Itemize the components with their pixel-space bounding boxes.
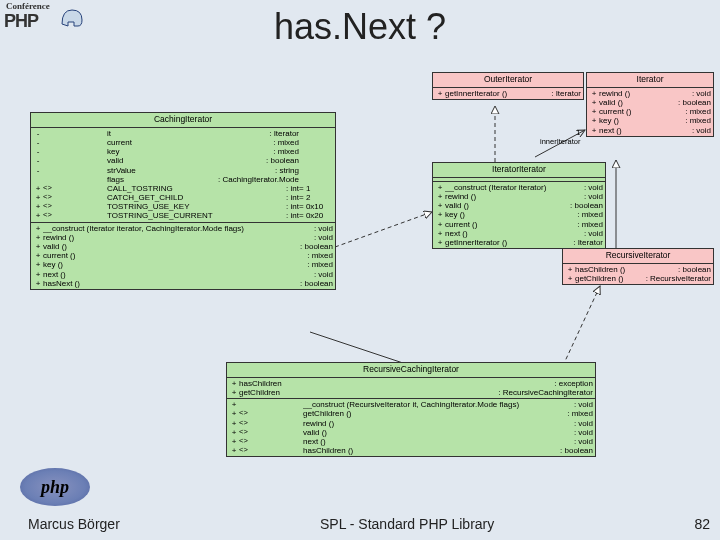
uml-member: +<>CATCH_GET_CHILD: int= 2 — [33, 193, 333, 202]
class-name: IteratorIterator — [433, 163, 605, 178]
class-operations: +rewind (): void +valid (): boolean +cur… — [587, 88, 713, 136]
uml-member: +getChildren: RecursiveCachingIterator — [229, 388, 593, 397]
uml-member: +getInnerIterator (): Iterator — [435, 238, 603, 247]
class-name: RecursiveIterator — [563, 249, 713, 264]
uml-member: +<>TOSTRING_USE_CURRENT: int= 0x20 — [33, 211, 333, 220]
uml-member: -it: Iterator — [33, 129, 333, 138]
association-label: 1 innerIterator — [540, 128, 580, 146]
uml-member: -strValue: string — [33, 166, 333, 175]
class-outeriterator: OuterIterator +getInnerIterator (): Iter… — [432, 72, 584, 100]
uml-member: +current (): mixed — [435, 220, 603, 229]
class-iteratoriterator: IteratorIterator +__construct (Iterator … — [432, 162, 606, 249]
uml-member: +__construct (RecursiveIterator it, Cach… — [229, 400, 593, 409]
uml-member: +hasNext (): boolean — [33, 279, 333, 288]
uml-member: +<>getChildren (): mixed — [229, 409, 593, 418]
uml-member: +hasChildren (): boolean — [565, 265, 711, 274]
uml-member: -valid: boolean — [33, 156, 333, 165]
php-logo-icon: php — [20, 468, 90, 506]
uml-member: +<>TOSTRING_USE_KEY: int= 0x10 — [33, 202, 333, 211]
class-name: CachingIterator — [31, 113, 335, 128]
class-recursivecachingiterator: RecursiveCachingIterator +hasChildren: e… — [226, 362, 596, 457]
class-operations: +__construct (Iterator iterator, Caching… — [31, 223, 335, 289]
footer: Marcus Börger SPL - Standard PHP Library… — [0, 512, 720, 536]
uml-member: +valid (): boolean — [435, 201, 603, 210]
uml-member: +__construct (Iterator iterator, Caching… — [33, 224, 333, 233]
uml-member: +key (): mixed — [33, 260, 333, 269]
class-operations: +getInnerIterator (): Iterator — [433, 88, 583, 99]
footer-page: 82 — [694, 516, 710, 532]
class-name: OuterIterator — [433, 73, 583, 88]
class-recursiveiterator: RecursiveIterator +hasChildren (): boole… — [562, 248, 714, 285]
uml-member: +__construct (Iterator iterator): void — [435, 183, 603, 192]
uml-member: flags: CachingIterator.Mode — [33, 175, 333, 184]
uml-member: +<>rewind (): void — [229, 419, 593, 428]
uml-member: +valid (): boolean — [33, 242, 333, 251]
uml-member: +next (): void — [33, 270, 333, 279]
uml-member: +rewind (): void — [435, 192, 603, 201]
uml-member: +getChildren (): RecursiveIterator — [565, 274, 711, 283]
uml-member: +<>CALL_TOSTRING: int= 1 — [33, 184, 333, 193]
uml-member: -key: mixed — [33, 147, 333, 156]
uml-member: -current: mixed — [33, 138, 333, 147]
class-operations: +hasChildren (): boolean+getChildren ():… — [563, 264, 713, 284]
uml-member: +rewind (): void — [33, 233, 333, 242]
class-cachingiterator: CachingIterator -it: Iterator-current: m… — [30, 112, 336, 290]
page-title: has.Next ? — [0, 6, 720, 48]
class-attributes: -it: Iterator-current: mixed-key: mixed-… — [31, 128, 335, 223]
class-operations-1: +hasChildren: exception+getChildren: Rec… — [227, 378, 595, 399]
uml-member: +key (): mixed — [435, 210, 603, 219]
class-name: RecursiveCachingIterator — [227, 363, 595, 378]
uml-member: +current (): mixed — [33, 251, 333, 260]
uml-diagram: OuterIterator +getInnerIterator (): Iter… — [0, 72, 720, 506]
class-operations: +__construct (Iterator iterator): void+r… — [433, 182, 605, 248]
uml-member: +hasChildren: exception — [229, 379, 593, 388]
uml-member: +<>valid (): void — [229, 428, 593, 437]
uml-member: +<>next (): void — [229, 437, 593, 446]
class-iterator: Iterator +rewind (): void +valid (): boo… — [586, 72, 714, 137]
uml-member: +next (): void — [435, 229, 603, 238]
footer-author: Marcus Börger — [28, 516, 120, 532]
svg-line-5 — [560, 286, 600, 372]
footer-title: SPL - Standard PHP Library — [120, 516, 695, 532]
svg-line-4 — [335, 212, 432, 247]
uml-member: +<>hasChildren (): boolean — [229, 446, 593, 455]
class-name: Iterator — [587, 73, 713, 88]
class-operations-2: +__construct (RecursiveIterator it, Cach… — [227, 399, 595, 456]
